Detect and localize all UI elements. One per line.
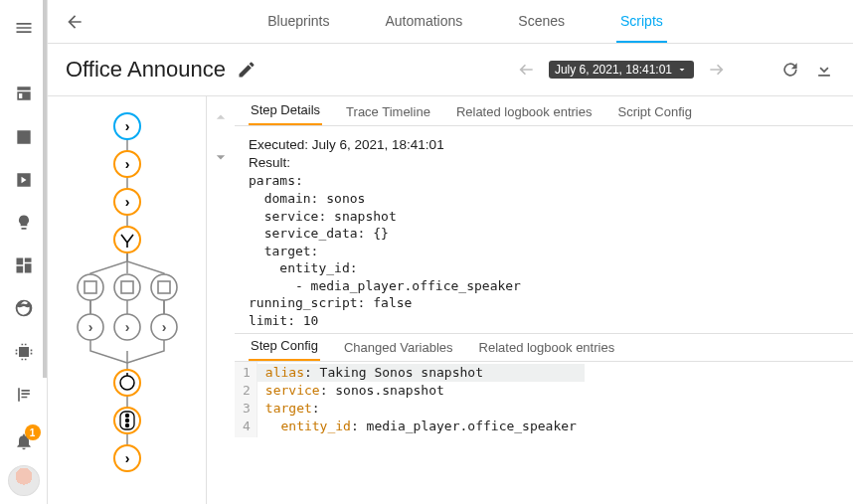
- execution-details: Executed: July 6, 2021, 18:41:01 Result:…: [235, 126, 853, 333]
- media-play-icon[interactable]: [4, 160, 44, 199]
- title-row: Office Announce July 6, 2021, 18:41:01: [48, 44, 853, 95]
- tab-blueprints[interactable]: Blueprints: [263, 1, 333, 43]
- subtab-trace-timeline[interactable]: Trace Timeline: [344, 98, 432, 125]
- dashboard-icon[interactable]: [4, 247, 44, 285]
- executed-timestamp: Executed: July 6, 2021, 18:41:01: [249, 136, 839, 154]
- svg-text:›: ›: [124, 319, 129, 335]
- back-button[interactable]: [64, 11, 85, 33]
- main-area: Blueprints Automations Scenes Scripts Of…: [48, 0, 853, 504]
- run-timestamp: July 6, 2021, 18:41:01: [555, 63, 672, 77]
- svg-text:›: ›: [161, 319, 166, 335]
- globe-icon[interactable]: [4, 289, 44, 328]
- bar-chart-icon[interactable]: [4, 117, 44, 156]
- svg-text:›: ›: [87, 319, 92, 335]
- collapse-up-icon[interactable]: [210, 106, 232, 128]
- subtab-changed-variables[interactable]: Changed Variables: [342, 334, 455, 361]
- collapse-down-icon[interactable]: [210, 146, 232, 168]
- tab-scripts[interactable]: Scripts: [616, 1, 667, 43]
- page-title: Office Announce: [66, 57, 226, 83]
- svg-text:›: ›: [124, 194, 129, 210]
- download-icon[interactable]: [813, 59, 835, 81]
- subtab-step-details[interactable]: Step Details: [249, 96, 322, 125]
- title-actions: July 6, 2021, 18:41:01: [515, 59, 835, 81]
- code-lines: alias: Taking Sonos snapshotservice: son…: [257, 362, 585, 437]
- execution-yaml: params: domain: sonos service: snapshot …: [249, 172, 839, 329]
- trace-graph: › › › › › ›: [48, 96, 207, 504]
- subtab-related-logbook[interactable]: Related logbook entries: [454, 98, 595, 125]
- logbook-icon[interactable]: [4, 375, 44, 414]
- subtab-related-logbook-lower[interactable]: Related logbook entries: [477, 334, 617, 361]
- lower-panel: Step Config Changed Variables Related lo…: [235, 333, 853, 437]
- upper-subtabs: Step Details Trace Timeline Related logb…: [235, 96, 853, 126]
- edit-icon[interactable]: [236, 59, 257, 81]
- detail-column: Step Details Trace Timeline Related logb…: [235, 96, 853, 504]
- subtab-script-config[interactable]: Script Config: [615, 98, 693, 125]
- subtab-step-config[interactable]: Step Config: [249, 332, 320, 361]
- svg-point-16: [114, 227, 140, 252]
- svg-point-34: [124, 419, 128, 422]
- tab-scenes[interactable]: Scenes: [514, 1, 569, 43]
- avatar[interactable]: [8, 465, 40, 496]
- run-selector[interactable]: July 6, 2021, 18:41:01: [549, 61, 694, 79]
- notifications-icon[interactable]: 1: [4, 421, 44, 460]
- svg-text:›: ›: [124, 118, 129, 134]
- content-area: › › › › › ›: [48, 95, 853, 504]
- notification-badge: 1: [25, 424, 41, 440]
- svg-text:›: ›: [124, 450, 129, 466]
- menu-icon[interactable]: [4, 8, 44, 47]
- left-rail: 1: [0, 0, 48, 504]
- svg-text:›: ›: [124, 156, 129, 172]
- svg-point-19: [114, 274, 140, 300]
- code-editor: 1234 alias: Taking Sonos snapshotservice…: [235, 362, 853, 437]
- result-label: Result:: [249, 154, 839, 172]
- tab-automations[interactable]: Automations: [381, 1, 466, 43]
- prev-run-icon[interactable]: [515, 59, 537, 81]
- next-run-icon[interactable]: [706, 59, 728, 81]
- refresh-icon[interactable]: [779, 59, 801, 81]
- chip-icon[interactable]: [4, 332, 44, 371]
- developer-tools-icon[interactable]: [4, 75, 44, 113]
- svg-point-21: [151, 274, 177, 300]
- svg-point-17: [78, 274, 103, 300]
- top-tabs: Blueprints Automations Scenes Scripts: [93, 1, 837, 43]
- collapse-column: [207, 96, 235, 504]
- code-gutter: 1234: [235, 362, 257, 437]
- rail-scrollbar[interactable]: [43, 0, 47, 378]
- lower-subtabs: Step Config Changed Variables Related lo…: [235, 334, 853, 362]
- svg-point-35: [124, 423, 128, 427]
- bulb-icon[interactable]: [4, 203, 44, 242]
- svg-point-33: [124, 414, 128, 418]
- top-bar: Blueprints Automations Scenes Scripts: [48, 0, 853, 44]
